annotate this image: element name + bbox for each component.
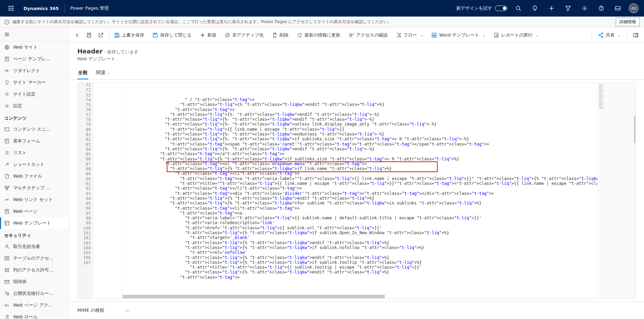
svg-point-48 bbox=[6, 245, 8, 247]
nav-label: マルチステップ ... bbox=[13, 185, 50, 191]
sidebar-item[interactable]: マルチステップ ... bbox=[0, 182, 69, 194]
new-look-toggle[interactable]: 新デザインを試す bbox=[453, 5, 510, 11]
toggle-label: 新デザインを試す bbox=[456, 5, 492, 11]
add-icon[interactable] bbox=[543, 0, 560, 17]
tab-general[interactable]: 全般 bbox=[77, 67, 88, 79]
nav-icon bbox=[4, 56, 10, 62]
delete-button[interactable]: 削除 bbox=[269, 30, 292, 40]
sidebar-item[interactable]: Web ファイル bbox=[0, 170, 69, 182]
nav-icon bbox=[4, 91, 10, 97]
related-pane-icon[interactable] bbox=[630, 30, 641, 41]
mime-label: MIME の種類 bbox=[77, 307, 104, 313]
tabs: 全般 関連⌄ bbox=[69, 62, 644, 80]
sidebar-item[interactable]: テーブルのアクセ... bbox=[0, 252, 69, 264]
nav-label: ショートカット bbox=[13, 161, 45, 168]
app-name[interactable]: Power Pages 管理 bbox=[66, 5, 113, 11]
hamburger-icon[interactable] bbox=[4, 32, 10, 37]
sidebar-item[interactable]: Web サイト bbox=[0, 41, 69, 53]
word-template-button[interactable]: Word テンプレート⌄ bbox=[428, 30, 489, 40]
sidebar-item[interactable]: 基本フォーム bbox=[0, 135, 69, 147]
share-button[interactable]: 共有⌄ bbox=[595, 30, 624, 40]
nav-icon bbox=[4, 302, 10, 308]
nav-icon bbox=[4, 244, 10, 249]
flow-button[interactable]: フロー⌄ bbox=[392, 30, 427, 40]
svg-rect-74 bbox=[636, 33, 638, 37]
sidebar-item[interactable]: 列のアクセス許可... bbox=[0, 264, 69, 276]
svg-rect-31 bbox=[5, 128, 9, 131]
sidebar-item[interactable]: リダイレクト bbox=[0, 65, 69, 77]
svg-point-70 bbox=[602, 33, 603, 34]
sidebar-item[interactable]: サイト マーカー bbox=[0, 77, 69, 88]
nav-label: 取引先担当者 bbox=[13, 243, 40, 250]
filter-icon[interactable] bbox=[560, 0, 576, 17]
avatar[interactable]: AS bbox=[629, 3, 638, 13]
sidebar-item[interactable]: 取引先担当者 bbox=[0, 241, 69, 252]
refresh-button[interactable]: 最新の情報に更新 bbox=[293, 30, 344, 40]
save-close-button[interactable]: 保存して閉じる bbox=[149, 30, 195, 40]
lightbulb-icon[interactable] bbox=[527, 0, 543, 17]
sidebar-item[interactable]: ページ テンプレ... bbox=[0, 53, 69, 65]
nav-label: Web ロール bbox=[13, 314, 38, 319]
minimap-thumb[interactable] bbox=[634, 116, 636, 143]
entity-name: Web テンプレート bbox=[77, 56, 636, 62]
nav-label: コンテンツ スニ... bbox=[13, 126, 50, 132]
sidebar-item[interactable]: 公開状況移行ルー... bbox=[0, 288, 69, 299]
check-access-button[interactable]: アクセスの確認 bbox=[345, 30, 391, 40]
run-report-button[interactable]: レポートの実行⌄ bbox=[490, 30, 542, 40]
nav-label: Web リンク セット bbox=[13, 197, 53, 203]
panel-icon[interactable] bbox=[609, 0, 626, 17]
sidebar-item[interactable]: Web ページ アク... bbox=[0, 299, 69, 311]
sidebar-item[interactable]: Web ページ bbox=[0, 206, 69, 217]
sidebar-item[interactable]: Web テンプレート bbox=[0, 217, 69, 229]
infobar-details-button[interactable]: 詳細情報 bbox=[616, 18, 640, 26]
svg-rect-4 bbox=[11, 8, 12, 9]
nav-icon bbox=[4, 138, 10, 144]
minimap[interactable]: ▬▬▬▬▬▬▬▬▬▬▬▬▬▬▬▬▬▬▬▬▬▬▬▬▬▬▬▬▬▬▬▬▬▬▬▬▬▬▬▬… bbox=[597, 83, 635, 298]
code-editor[interactable]: 7172737475767778798081828384858687888990… bbox=[77, 82, 636, 299]
nav-icon bbox=[4, 291, 10, 296]
svg-point-71 bbox=[599, 34, 600, 36]
sidebar-item[interactable]: コンテンツ スニ... bbox=[0, 123, 69, 135]
code-content[interactable]: " / "t-attr">class="t-tag">> "t-attr">cl… bbox=[123, 83, 597, 298]
nav-icon bbox=[4, 267, 10, 273]
nav-icon bbox=[4, 80, 10, 85]
save-button[interactable]: 上書き保存 bbox=[111, 30, 148, 40]
svg-rect-2 bbox=[12, 6, 13, 7]
open-record-set-icon[interactable] bbox=[84, 30, 95, 41]
sidebar-item[interactable]: 招待状 bbox=[0, 276, 69, 288]
nav-label: Web ページ bbox=[13, 208, 38, 215]
nav-label: Web サイト bbox=[13, 44, 38, 50]
sidebar-item[interactable]: サイト設定 bbox=[0, 88, 69, 100]
topbar: Dynamics 365 Power Pages 管理 新デザインを試す AS bbox=[0, 0, 644, 17]
svg-point-29 bbox=[6, 93, 8, 95]
horizontal-scrollbar[interactable] bbox=[123, 295, 385, 298]
sidebar-item[interactable]: Web リンク セット bbox=[0, 194, 69, 206]
nav-label: 列のアクセス許可... bbox=[13, 267, 53, 273]
app-launcher[interactable] bbox=[3, 0, 19, 17]
new-button[interactable]: 新規 bbox=[196, 30, 220, 40]
svg-rect-68 bbox=[432, 33, 436, 37]
sidebar-item[interactable]: Web ロール bbox=[0, 311, 69, 319]
tab-related[interactable]: 関連⌄ bbox=[95, 67, 110, 79]
sidebar-item[interactable]: ショートカット bbox=[0, 159, 69, 170]
search-icon[interactable] bbox=[510, 0, 527, 17]
toggle-switch[interactable] bbox=[495, 6, 507, 11]
nav-icon bbox=[4, 173, 10, 179]
svg-line-10 bbox=[519, 9, 521, 11]
nav-label: 公開状況移行ルー... bbox=[13, 290, 53, 297]
popout-icon[interactable] bbox=[95, 30, 106, 41]
back-button[interactable] bbox=[72, 30, 83, 41]
nav-icon bbox=[4, 185, 10, 191]
svg-rect-6 bbox=[9, 10, 10, 11]
nav-icon bbox=[4, 314, 10, 319]
svg-rect-1 bbox=[11, 6, 12, 7]
help-icon[interactable] bbox=[593, 0, 609, 17]
sidebar-item[interactable]: 設定 bbox=[0, 100, 69, 112]
svg-rect-17 bbox=[615, 7, 620, 10]
mime-value[interactable]: --- bbox=[125, 308, 130, 313]
nav-icon bbox=[4, 279, 10, 285]
deactivate-button[interactable]: 非アクティブ化 bbox=[221, 30, 267, 40]
sidebar-item[interactable]: リスト bbox=[0, 147, 69, 159]
gear-icon[interactable] bbox=[576, 0, 593, 17]
nav-icon bbox=[4, 103, 10, 109]
